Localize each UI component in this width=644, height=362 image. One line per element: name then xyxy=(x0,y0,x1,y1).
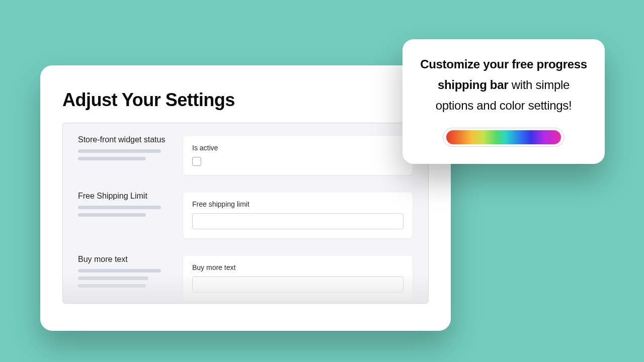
setting-field-card: Free shipping limit xyxy=(183,192,413,239)
skeleton-line xyxy=(78,277,148,280)
callout-text: Customize your free progress shipping ba… xyxy=(420,54,588,116)
field-label: Buy more text xyxy=(192,263,404,272)
free-shipping-limit-input[interactable] xyxy=(192,213,404,229)
setting-row-free-shipping-limit: Free Shipping Limit Free shipping limit xyxy=(63,179,428,243)
promo-callout: Customize your free progress shipping ba… xyxy=(403,39,605,164)
field-label: Is active xyxy=(192,144,404,152)
field-label: Free shipping limit xyxy=(192,200,404,208)
setting-label-col: Store-front widget status xyxy=(78,135,169,175)
skeleton-line xyxy=(78,269,161,273)
settings-panel: Store-front widget status Is active Free… xyxy=(62,123,429,304)
spectrum-icon xyxy=(446,130,561,144)
setting-field-card: Is active xyxy=(183,135,413,175)
setting-title: Free Shipping Limit xyxy=(78,192,169,201)
skeleton-line xyxy=(78,213,146,217)
is-active-checkbox[interactable] xyxy=(192,157,201,166)
skeleton-line xyxy=(78,284,146,288)
buy-more-text-input[interactable] xyxy=(192,277,404,293)
skeleton-line xyxy=(78,157,146,160)
setting-title: Store-front widget status xyxy=(78,135,169,144)
skeleton-line xyxy=(78,206,161,209)
setting-title: Buy more text xyxy=(78,255,169,264)
setting-field-card: Buy more text xyxy=(183,255,413,302)
settings-card: Adjust Your Settings Store-front widget … xyxy=(40,65,451,331)
setting-row-widget-status: Store-front widget status Is active xyxy=(63,123,428,179)
page-title: Adjust Your Settings xyxy=(40,65,451,123)
setting-row-buy-more-text: Buy more text Buy more text xyxy=(63,243,428,304)
setting-label-col: Free Shipping Limit xyxy=(78,192,169,239)
skeleton-line xyxy=(78,149,161,153)
color-picker[interactable] xyxy=(443,128,565,147)
setting-label-col: Buy more text xyxy=(78,255,169,302)
